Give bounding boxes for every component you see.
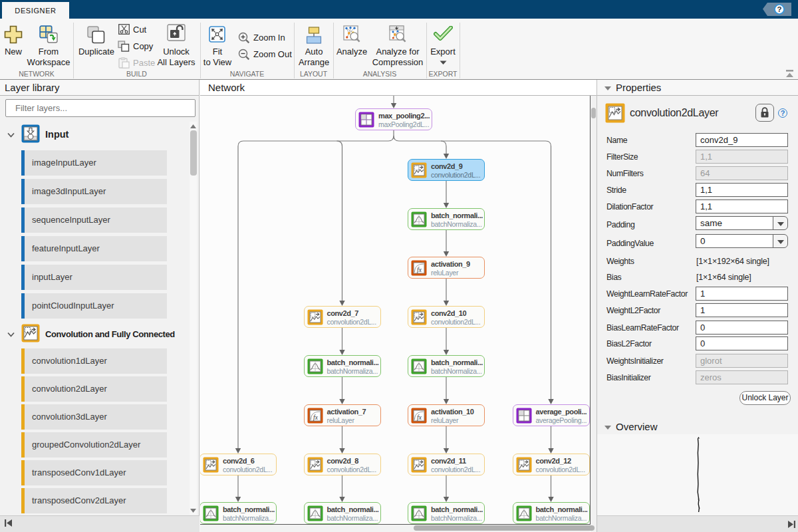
svg-text:?: ? xyxy=(777,5,781,13)
